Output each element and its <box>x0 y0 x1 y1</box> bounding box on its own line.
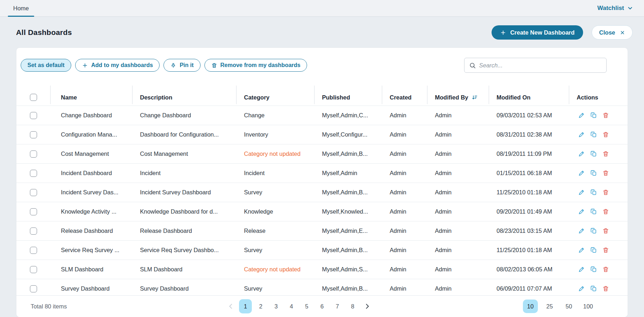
row-name[interactable]: Survey Dashboard <box>50 285 132 292</box>
delete-icon[interactable] <box>602 247 609 254</box>
row-name[interactable]: SLM Dashboard <box>50 266 132 273</box>
pagination-prev-button[interactable] <box>225 303 237 310</box>
delete-icon[interactable] <box>602 170 609 177</box>
row-checkbox[interactable] <box>30 247 37 254</box>
delete-icon[interactable] <box>602 131 609 138</box>
copy-icon[interactable] <box>590 266 597 273</box>
page-size-button-100[interactable]: 100 <box>581 300 596 313</box>
column-header-name-label: Name <box>61 94 77 101</box>
page-button-2[interactable]: 2 <box>254 299 267 313</box>
set-as-default-button[interactable]: Set as default <box>21 59 71 72</box>
edit-icon[interactable] <box>578 131 585 138</box>
row-checkbox[interactable] <box>30 227 37 235</box>
row-description: Incident Survey Dashboard <box>132 189 236 196</box>
copy-icon[interactable] <box>590 131 597 138</box>
row-checkbox[interactable] <box>30 208 37 215</box>
row-created: Admin <box>382 189 427 196</box>
row-checkbox[interactable] <box>30 150 37 158</box>
row-modified-on: 01/15/2011 06:18 AM <box>489 170 569 177</box>
row-checkbox[interactable] <box>30 285 37 292</box>
copy-icon[interactable] <box>590 285 597 292</box>
select-all-checkbox[interactable] <box>30 94 37 101</box>
edit-icon[interactable] <box>578 266 585 273</box>
row-checkbox-cell <box>16 208 50 215</box>
row-name[interactable]: Knowledge Activity ... <box>50 208 132 215</box>
edit-icon[interactable] <box>578 150 585 157</box>
row-name[interactable]: Cost Management <box>50 150 132 157</box>
delete-icon[interactable] <box>602 112 609 119</box>
column-header-description[interactable]: Description <box>132 89 236 106</box>
search-input[interactable] <box>479 62 602 69</box>
create-new-dashboard-button[interactable]: Create New Dashboard <box>492 25 583 40</box>
close-button[interactable]: Close <box>592 25 633 40</box>
edit-icon[interactable] <box>578 227 585 234</box>
edit-icon[interactable] <box>578 112 585 119</box>
page-button-4[interactable]: 4 <box>285 299 298 313</box>
row-name[interactable]: Release Dashboard <box>50 227 132 234</box>
row-checkbox[interactable] <box>30 266 37 273</box>
column-header-category-label: Category <box>244 94 270 101</box>
page-button-5[interactable]: 5 <box>300 299 313 313</box>
row-name[interactable]: Service Req Survey ... <box>50 247 132 254</box>
row-category: Category not updated <box>236 150 314 157</box>
row-checkbox[interactable] <box>30 170 37 177</box>
row-checkbox[interactable] <box>30 189 37 196</box>
copy-icon[interactable] <box>590 170 597 177</box>
delete-icon[interactable] <box>602 266 609 273</box>
delete-icon[interactable] <box>602 189 609 196</box>
page-button-8[interactable]: 8 <box>346 299 359 313</box>
column-header-modified-by[interactable]: Modified By <box>427 89 489 106</box>
copy-icon[interactable] <box>590 189 597 196</box>
column-header-name[interactable]: Name <box>50 89 132 106</box>
edit-icon[interactable] <box>578 208 585 215</box>
page-size-button-10[interactable]: 10 <box>523 300 538 313</box>
copy-icon[interactable] <box>590 112 597 119</box>
pagination-next-button[interactable] <box>362 303 373 310</box>
page-size-button-50[interactable]: 50 <box>561 300 576 313</box>
row-name[interactable]: Incident Survey Das... <box>50 189 132 196</box>
sort-descending-icon[interactable] <box>472 94 478 101</box>
column-header-category[interactable]: Category <box>236 89 314 106</box>
column-header-modified-on[interactable]: Modified On <box>489 89 569 106</box>
add-to-my-dashboards-button[interactable]: Add to my dashboards <box>75 59 160 72</box>
edit-icon[interactable] <box>578 170 585 177</box>
column-header-published[interactable]: Published <box>314 89 382 106</box>
row-name[interactable]: Incident Dashboard <box>50 170 132 177</box>
page-size-button-25[interactable]: 25 <box>542 300 557 313</box>
row-published: Myself,Admin,B... <box>314 285 382 292</box>
set-as-default-label: Set as default <box>27 62 64 68</box>
delete-icon[interactable] <box>602 285 609 292</box>
copy-icon[interactable] <box>590 247 597 254</box>
row-checkbox[interactable] <box>30 112 37 119</box>
row-checkbox-cell <box>16 170 50 177</box>
copy-icon[interactable] <box>590 150 597 157</box>
edit-icon[interactable] <box>578 247 585 254</box>
row-checkbox-cell <box>16 285 50 292</box>
watchlist-dropdown[interactable]: Watchlist <box>597 0 633 16</box>
row-name[interactable]: Configuration Mana... <box>50 131 132 138</box>
row-modified-by: Admin <box>427 150 489 157</box>
row-name[interactable]: Change Dashboard <box>50 112 132 119</box>
tab-home[interactable]: Home <box>8 0 34 16</box>
edit-icon[interactable] <box>578 285 585 292</box>
pin-it-button[interactable]: Pin it <box>163 59 200 72</box>
row-checkbox[interactable] <box>30 131 37 138</box>
page-button-3[interactable]: 3 <box>270 299 282 313</box>
copy-icon[interactable] <box>590 227 597 234</box>
delete-icon[interactable] <box>602 208 609 215</box>
row-actions <box>569 285 628 292</box>
delete-icon[interactable] <box>602 227 609 234</box>
row-actions <box>569 170 628 177</box>
pin-icon <box>170 62 176 68</box>
page-button-7[interactable]: 7 <box>331 299 344 313</box>
delete-icon[interactable] <box>602 150 609 157</box>
column-header-created[interactable]: Created <box>382 89 427 106</box>
page-button-6[interactable]: 6 <box>316 299 328 313</box>
row-category: Survey <box>236 285 314 292</box>
row-category: Knowledge <box>236 208 314 215</box>
column-header-created-label: Created <box>390 94 411 101</box>
remove-from-my-dashboards-button[interactable]: Remove from my dashboards <box>204 59 307 72</box>
edit-icon[interactable] <box>578 189 585 196</box>
copy-icon[interactable] <box>590 208 597 215</box>
page-button-1[interactable]: 1 <box>239 299 252 313</box>
